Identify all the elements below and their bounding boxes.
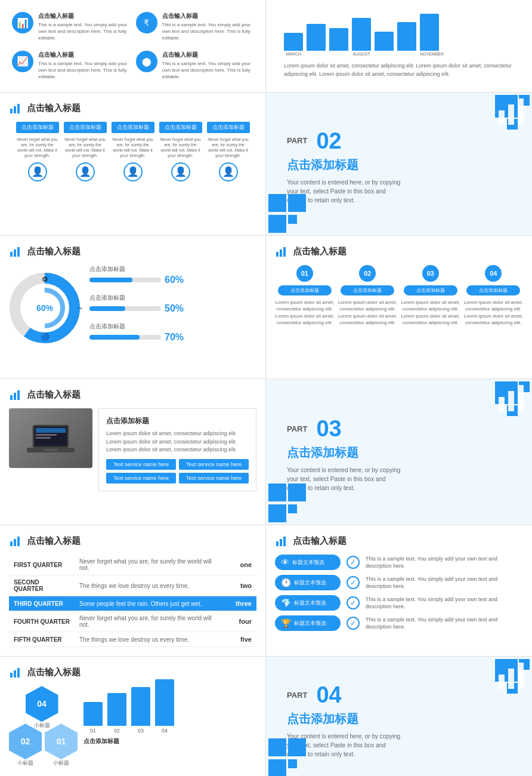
svg-rect-12 — [276, 252, 279, 257]
person-btn-3[interactable]: 点击添加标题 — [112, 122, 154, 133]
tl-pill-2[interactable]: 点击添加标题 — [341, 285, 394, 295]
s6-header: 点击输入标题 — [9, 666, 256, 679]
data-table: FIRST QUARTER Never forget what you are,… — [9, 555, 256, 647]
s3-title: 点击输入标题 — [27, 246, 81, 257]
svg-rect-22 — [36, 437, 51, 439]
pie-pct: 60% — [36, 303, 53, 313]
table-row-4: FOURTH QUARTER Never forget what you are… — [9, 611, 256, 632]
s4-header: 点击输入标题 — [9, 388, 256, 401]
s5r-header: 点击输入标题 — [275, 534, 523, 547]
bar-chart-icon-4 — [9, 388, 22, 401]
section5-right: 点击输入标题 👁 标题文本预选 ✓ This is a sample text.… — [266, 525, 532, 656]
tl-num-4: 04 — [485, 265, 502, 282]
bd6-sq-2 — [288, 738, 306, 756]
s6-bar-title: 点击添加标题 — [83, 737, 256, 746]
chart-deco-icon-4 — [496, 379, 532, 415]
s2-title: 点击输入标题 — [27, 103, 81, 114]
tl-num-2: 02 — [359, 265, 376, 282]
bar-august — [352, 18, 371, 51]
bar-chart-icon — [9, 101, 22, 115]
pie-area: 60% ⚙ → 🔵 点击添加标题 60% 点击添加标题 — [9, 265, 256, 351]
pbar-pct-1: 60% — [165, 275, 184, 285]
bd-sq-2 — [288, 194, 306, 212]
bar-s6-2 — [107, 693, 126, 726]
desc-2: The things we love destroy us every time… — [75, 575, 227, 596]
person-btn-2[interactable]: 点击添加标题 — [64, 122, 107, 133]
icon-text-1: This is a sample text. You simply add yo… — [366, 555, 523, 570]
svg-rect-6 — [10, 252, 13, 257]
section2-right: PART 02 点击添加标题 Your content is entered h… — [266, 93, 532, 235]
top-desc-1: This is a sample text. You simply add yo… — [38, 21, 130, 42]
icon-row-1: 👁 标题文本预选 ✓ This is a sample text. You si… — [275, 555, 523, 570]
tl-pill-1[interactable]: 点击添加标题 — [278, 285, 332, 295]
icon-label-2: 标题文本预选 — [294, 579, 326, 587]
bottom-decoration-2 — [266, 192, 308, 235]
person-icon-1: 👤 — [28, 162, 47, 181]
num-2: two — [227, 575, 256, 596]
svg-rect-24 — [44, 449, 58, 451]
hex-01-label: 小标题 — [53, 759, 69, 767]
person-icon-4: 👤 — [171, 162, 190, 181]
pie-icon-top: ⚙ — [42, 275, 48, 284]
section3-left: 点击输入标题 60% ⚙ → 🔵 点击添加标题 — [0, 236, 266, 378]
svc-btn-2[interactable]: Text service name here — [179, 459, 249, 470]
bar-6 — [397, 22, 416, 51]
s3r-header: 点击输入标题 — [275, 245, 523, 258]
hex-container: 04 小标题 02 小标题 01 小标题 — [9, 686, 75, 767]
tl-num-1: 01 — [296, 265, 313, 282]
svg-rect-26 — [508, 391, 514, 411]
quarter-1: FIRST QUARTER — [9, 555, 75, 575]
bar-s6-4 — [155, 679, 174, 726]
icon-pill-3: 💎 标题文本预选 — [275, 595, 341, 611]
person-text-3: Never forget what you are, for surely th… — [112, 137, 154, 158]
tl-num-3: 03 — [422, 265, 439, 282]
s0-right-desc: Lorem ipsum dolor sit amet, consectetur … — [275, 57, 523, 83]
icon-list: 👁 标题文本预选 ✓ This is a sample text. You si… — [275, 555, 523, 631]
quarter-5: FIFTH QUARTER — [9, 632, 75, 647]
svg-rect-27 — [518, 385, 524, 411]
person-btn-5[interactable]: 点击添加标题 — [207, 122, 250, 133]
service-buttons: Text service name here Text service name… — [106, 459, 249, 484]
pbar-pct-3: 70% — [165, 332, 184, 343]
part02-title: 点击添加标题 — [287, 157, 511, 173]
check-icon-1: ✓ — [347, 556, 360, 569]
svc-btn-3[interactable]: Text service name here — [106, 473, 176, 484]
num-1: one — [227, 555, 256, 575]
person-btn-1[interactable]: 点击添加标题 — [16, 122, 59, 133]
s5-title: 点击输入标题 — [27, 535, 81, 547]
bd-sq-3 — [268, 215, 286, 233]
top-title-3: 点击输入标题 — [38, 51, 130, 59]
check-icon-3: ✓ — [347, 596, 360, 609]
svg-rect-31 — [276, 541, 279, 546]
top-title-4: 点击输入标题 — [162, 51, 254, 59]
bar-label-s6-2: 02 — [114, 728, 120, 734]
s4-content-desc: Lorem ipsum dolor sit amet, consectetur … — [106, 430, 249, 454]
pbar-label-2: 点击添加标题 — [89, 294, 256, 302]
svg-rect-0 — [10, 109, 13, 113]
chart-icon-2: 📈 — [12, 51, 33, 72]
section6-right: PART 04 点击添加标题 Your content is entered h… — [266, 657, 532, 776]
tl-pill-3[interactable]: 点击添加标题 — [404, 285, 457, 295]
icon-row-4: 🏆 标题文本预选 ✓ This is a sample text. You si… — [275, 615, 523, 631]
top-item-3: 📈 点击输入标题 This is a sample text. You simp… — [12, 51, 130, 81]
tl-pill-4[interactable]: 点击添加标题 — [466, 285, 520, 295]
s5-header: 点击输入标题 — [9, 534, 256, 547]
part03-title: 点击添加标题 — [287, 445, 511, 461]
check-icon-4: ✓ — [347, 617, 360, 630]
bd4-sq-4 — [288, 504, 297, 513]
svg-rect-38 — [508, 669, 514, 689]
timeline-items: 01 点击添加标题 Lorem ipsum dolor sit amet, co… — [275, 265, 523, 326]
icon-label-4: 标题文本预选 — [294, 620, 326, 627]
icon-row-2: 🕐 标题文本预选 ✓ This is a sample text. You si… — [275, 575, 523, 590]
pbar-pct-2: 50% — [165, 303, 184, 314]
svc-btn-4[interactable]: Text service name here — [179, 473, 249, 484]
chart-deco-icon — [496, 93, 532, 128]
svc-btn-1[interactable]: Text service name here — [106, 459, 176, 470]
section4-right: PART 03 点击添加标题 Your content is entered h… — [266, 379, 532, 525]
laptop-image — [9, 408, 92, 468]
svg-rect-3 — [499, 110, 505, 125]
person-btn-4[interactable]: 点击添加标题 — [159, 122, 202, 133]
person-3: 点击添加标题 Never forget what you are, for su… — [112, 122, 154, 181]
hex-02-label: 小标题 — [17, 759, 33, 767]
people-cards: 点击添加标题 Never forget what you are, for su… — [9, 122, 256, 181]
